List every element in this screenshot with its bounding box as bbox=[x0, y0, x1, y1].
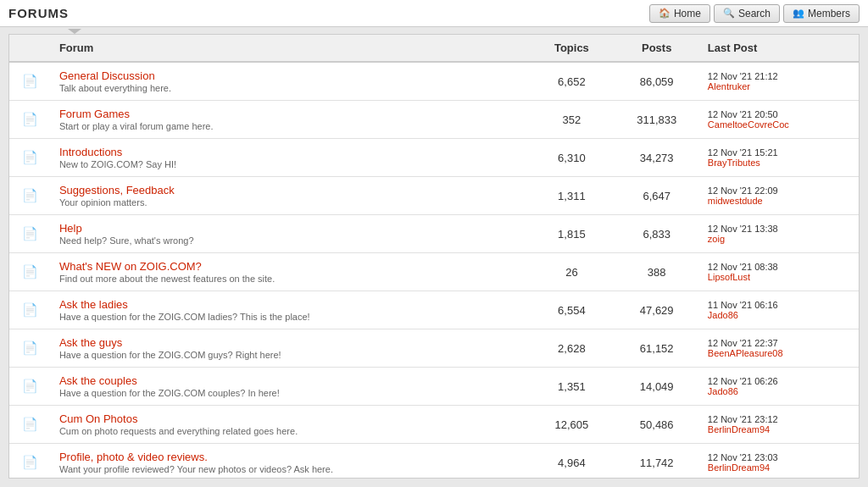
search-button[interactable]: 🔍 Search bbox=[714, 4, 780, 23]
forum-icon-cell: 📄 bbox=[9, 444, 51, 479]
page-title: FORUMS bbox=[8, 6, 69, 20]
forum-icon-cell: 📄 bbox=[9, 406, 51, 444]
last-post-user[interactable]: midwestdude bbox=[708, 196, 850, 206]
forum-desc: Have a question for the ZOIG.COM guys? R… bbox=[59, 350, 520, 360]
forum-icon-cell: 📄 bbox=[9, 101, 51, 139]
main-content: Forum Topics Posts Last Post 📄 General D… bbox=[8, 34, 860, 479]
forum-link[interactable]: Suggestions, Feedback bbox=[59, 184, 175, 196]
forum-name-cell: Ask the couples Have a question for the … bbox=[51, 368, 529, 406]
topics-cell: 26 bbox=[529, 253, 614, 291]
forum-link[interactable]: Forum Games bbox=[59, 108, 130, 120]
last-post-cell: 12 Nov '21 21:12 Alentruker bbox=[699, 62, 859, 101]
posts-cell: 14,049 bbox=[615, 368, 699, 406]
table-row: 📄 Forum Games Start or play a viral foru… bbox=[9, 101, 859, 139]
last-post-date: 12 Nov '21 23:03 bbox=[708, 452, 778, 462]
forum-icon-cell: 📄 bbox=[9, 368, 51, 406]
table-row: 📄 Ask the guys Have a question for the Z… bbox=[9, 329, 859, 368]
posts-cell: 61,152 bbox=[615, 329, 699, 368]
forum-link[interactable]: What's NEW on ZOIG.COM? bbox=[59, 260, 202, 273]
forum-icon: 📄 bbox=[22, 188, 38, 202]
forum-name-cell: Cum On Photos Cum on photo requests and … bbox=[51, 406, 529, 444]
topics-cell: 6,554 bbox=[529, 291, 614, 329]
forum-name-cell: Introductions New to ZOIG.COM? Say HI! bbox=[51, 139, 529, 177]
home-button[interactable]: 🏠 Home bbox=[649, 4, 710, 23]
last-post-user[interactable]: CameltoeCovreCoc bbox=[708, 119, 850, 130]
posts-cell: 47,629 bbox=[615, 291, 699, 329]
members-button[interactable]: 👥 Members bbox=[783, 4, 860, 23]
forum-link[interactable]: Ask the ladies bbox=[59, 298, 128, 311]
forum-link[interactable]: Ask the couples bbox=[59, 374, 137, 387]
last-post-user[interactable]: zoig bbox=[708, 234, 850, 244]
last-post-cell: 12 Nov '21 08:38 LipsofLust bbox=[699, 253, 859, 291]
last-post-date: 12 Nov '21 21:12 bbox=[708, 71, 778, 81]
topics-cell: 2,628 bbox=[529, 329, 614, 368]
forum-name-cell: Help Need help? Sure, what's wrong? bbox=[51, 215, 529, 253]
last-post-user[interactable]: Alentruker bbox=[708, 81, 850, 91]
forum-icon: 📄 bbox=[22, 340, 38, 355]
forum-desc: Have a question for the ZOIG.COM couples… bbox=[59, 388, 520, 398]
table-row: 📄 General Discussion Talk about everythi… bbox=[9, 62, 859, 101]
forum-icon-cell: 📄 bbox=[9, 177, 51, 215]
forum-link[interactable]: Help bbox=[59, 222, 82, 235]
last-post-cell: 12 Nov '21 23:12 BerlinDream94 bbox=[699, 406, 859, 444]
forum-link[interactable]: Cum On Photos bbox=[59, 412, 138, 425]
forum-icon: 📄 bbox=[22, 226, 38, 241]
last-post-cell: 12 Nov '21 15:21 BrayTributes bbox=[699, 139, 859, 177]
last-post-date: 12 Nov '21 22:37 bbox=[708, 338, 778, 348]
forum-desc: Cum on photo requests and everything rel… bbox=[59, 426, 520, 436]
last-post-user[interactable]: Jado86 bbox=[708, 386, 850, 396]
last-post-date: 12 Nov '21 13:38 bbox=[708, 224, 778, 234]
last-post-cell: 12 Nov '21 22:09 midwestdude bbox=[699, 177, 859, 215]
topics-cell: 6,310 bbox=[529, 139, 614, 177]
page-wrapper: FORUMS 🏠 Home 🔍 Search 👥 Members Forum bbox=[0, 0, 868, 487]
header: FORUMS 🏠 Home 🔍 Search 👥 Members bbox=[0, 0, 868, 27]
last-post-user[interactable]: BerlinDream94 bbox=[708, 462, 850, 473]
table-header-row: Forum Topics Posts Last Post bbox=[9, 35, 859, 62]
forum-icon-cell: 📄 bbox=[9, 62, 51, 101]
forum-icon: 📄 bbox=[22, 74, 38, 88]
last-post-cell: 12 Nov '21 20:50 CameltoeCovreCoc bbox=[699, 101, 859, 139]
forum-name-cell: Suggestions, Feedback Your opinion matte… bbox=[51, 177, 529, 215]
forum-name-cell: What's NEW on ZOIG.COM? Find out more ab… bbox=[51, 253, 529, 291]
forum-name-cell: Ask the ladies Have a question for the Z… bbox=[51, 291, 529, 329]
forum-name-cell: General Discussion Talk about everything… bbox=[51, 62, 529, 101]
icon-col-header bbox=[9, 35, 51, 62]
forum-link[interactable]: Introductions bbox=[59, 146, 122, 158]
forum-icon: 📄 bbox=[22, 379, 38, 393]
topics-cell: 6,652 bbox=[529, 62, 614, 101]
forum-table: Forum Topics Posts Last Post 📄 General D… bbox=[9, 35, 859, 479]
forum-name-cell: Ask the guys Have a question for the ZOI… bbox=[51, 329, 529, 368]
last-post-date: 12 Nov '21 15:21 bbox=[708, 147, 778, 158]
topics-cell: 1,351 bbox=[529, 368, 614, 406]
forum-icon: 📄 bbox=[22, 264, 38, 279]
last-post-user[interactable]: LipsofLust bbox=[708, 272, 850, 282]
forum-desc: Start or play a viral forum game here. bbox=[59, 121, 520, 131]
forum-desc: Find out more about the newest features … bbox=[59, 274, 520, 284]
last-post-user[interactable]: BrayTributes bbox=[708, 158, 850, 168]
topics-cell: 1,815 bbox=[529, 215, 614, 253]
topics-cell: 1,311 bbox=[529, 177, 614, 215]
last-post-user[interactable]: Jado86 bbox=[708, 310, 850, 320]
posts-cell: 311,833 bbox=[615, 101, 699, 139]
header-nav: 🏠 Home 🔍 Search 👥 Members bbox=[649, 4, 860, 23]
last-post-user[interactable]: BeenAPleasure08 bbox=[708, 348, 850, 358]
forum-icon: 📄 bbox=[22, 150, 38, 164]
table-row: 📄 Help Need help? Sure, what's wrong? 1,… bbox=[9, 215, 859, 253]
forum-desc: Have a question for the ZOIG.COM ladies?… bbox=[59, 312, 520, 322]
forum-link[interactable]: General Discussion bbox=[59, 69, 155, 82]
forum-desc: Your opinion matters. bbox=[59, 197, 520, 208]
forum-desc: Need help? Sure, what's wrong? bbox=[59, 235, 520, 246]
forum-icon-cell: 📄 bbox=[9, 215, 51, 253]
table-row: 📄 Suggestions, Feedback Your opinion mat… bbox=[9, 177, 859, 215]
lastpost-col-header: Last Post bbox=[699, 35, 859, 62]
forum-link[interactable]: Profile, photo & video reviews. bbox=[59, 451, 208, 463]
last-post-user[interactable]: BerlinDream94 bbox=[708, 424, 850, 434]
posts-cell: 6,833 bbox=[615, 215, 699, 253]
posts-cell: 11,742 bbox=[615, 444, 699, 479]
last-post-date: 12 Nov '21 06:26 bbox=[708, 376, 778, 386]
last-post-date: 12 Nov '21 08:38 bbox=[708, 262, 778, 272]
members-label: Members bbox=[808, 8, 850, 19]
table-row: 📄 Ask the ladies Have a question for the… bbox=[9, 291, 859, 329]
forum-link[interactable]: Ask the guys bbox=[59, 336, 122, 349]
last-post-date: 12 Nov '21 23:12 bbox=[708, 414, 778, 424]
